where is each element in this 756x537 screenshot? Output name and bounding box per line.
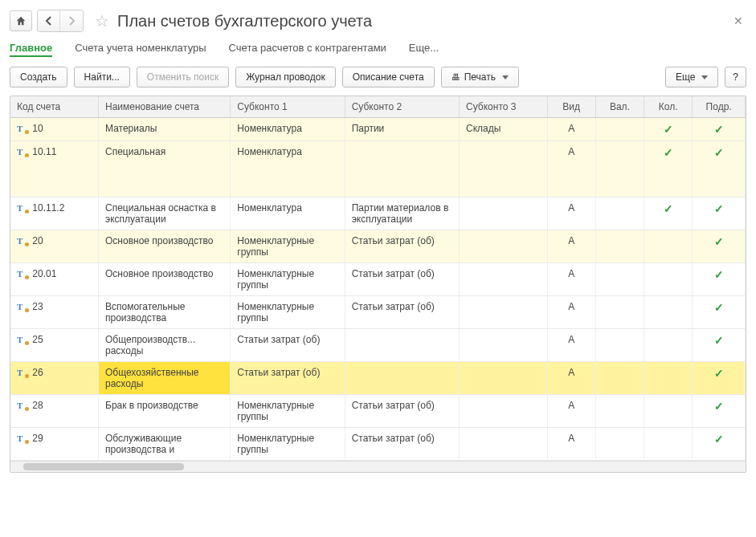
code-text: 23 [32, 301, 43, 312]
cell-sub3 [460, 428, 548, 461]
table-row[interactable]: T 20.01Основное производствоНоменклатурн… [10, 263, 746, 296]
check-icon: ✓ [699, 367, 738, 380]
cell-code: T 20 [10, 230, 99, 263]
account-icon: T [17, 433, 28, 444]
col-sub1[interactable]: Субконто 1 [231, 96, 345, 118]
cell-val [595, 263, 644, 296]
cell-name: Специальная [99, 141, 231, 197]
col-name[interactable]: Наименование счета [99, 96, 231, 118]
cell-sub2: Статьи затрат (об) [345, 263, 459, 296]
help-button[interactable]: ? [725, 67, 746, 87]
cell-code: T 10.11 [10, 141, 99, 197]
account-icon: T [17, 367, 28, 378]
col-val[interactable]: Вал. [595, 96, 644, 118]
account-icon: T [17, 123, 28, 134]
col-code[interactable]: Код счета [10, 96, 99, 118]
cell-code: T 26 [10, 362, 99, 395]
table-row[interactable]: T 10.11СпециальнаяНоменклатураА✓✓ [10, 141, 746, 197]
check-icon: ✓ [699, 334, 738, 347]
cell-podr: ✓ [693, 329, 746, 362]
account-icon: T [17, 146, 28, 157]
table-row[interactable]: T 10.11.2Специальная оснастка в эксплуат… [10, 197, 746, 230]
home-button[interactable] [10, 10, 32, 31]
cell-sub1: Номенклатурные группы [231, 395, 345, 428]
tab-nomenclature-accounts[interactable]: Счета учета номенклатуры [75, 40, 206, 57]
cell-code: T 25 [10, 329, 99, 362]
check-icon: ✓ [699, 268, 738, 281]
cell-sub2: Статьи затрат (об) [345, 428, 459, 461]
cell-code: T 23 [10, 296, 99, 329]
cell-code: T 10 [10, 118, 99, 141]
cell-val [595, 428, 644, 461]
code-text: 10.11.2 [32, 202, 64, 214]
cell-sub1: Номенклатурные группы [231, 428, 345, 461]
cell-val [595, 197, 644, 230]
cell-sub3 [460, 230, 548, 263]
forward-button[interactable] [60, 10, 83, 31]
accounts-table: Код счета Наименование счета Субконто 1 … [10, 96, 746, 461]
code-text: 10 [32, 123, 43, 134]
cell-kol [644, 362, 693, 395]
account-icon: T [17, 334, 28, 345]
cell-code: T 20.01 [10, 263, 99, 296]
cell-val [595, 395, 644, 428]
table-row[interactable]: T 10МатериалыНоменклатураПартииСкладыА✓✓ [10, 118, 746, 141]
check-icon: ✓ [651, 202, 685, 215]
cell-podr: ✓ [693, 428, 746, 461]
back-button[interactable] [38, 10, 60, 31]
print-label: Печать [464, 71, 496, 83]
code-text: 26 [32, 367, 43, 378]
col-vid[interactable]: Вид [547, 96, 595, 118]
cell-sub3 [460, 362, 548, 395]
code-text: 20.01 [32, 268, 56, 279]
account-icon: T [17, 202, 28, 214]
printer-icon: 🖶 [452, 72, 460, 82]
close-button[interactable]: ✕ [730, 11, 746, 31]
table-row[interactable]: T 28Брак в производствеНоменклатурные гр… [10, 395, 746, 428]
horizontal-scrollbar[interactable] [10, 461, 746, 472]
cell-sub1: Статьи затрат (об) [231, 329, 345, 362]
cell-kol: ✓ [644, 141, 693, 197]
cell-code: T 28 [10, 395, 99, 428]
cell-vid: А [547, 141, 595, 197]
tab-counterparty-accounts[interactable]: Счета расчетов с контрагентами [229, 40, 386, 57]
cell-name: Обслуживающие производства и [99, 428, 231, 461]
col-kol[interactable]: Кол. [644, 96, 693, 118]
cell-val [595, 118, 644, 141]
find-button[interactable]: Найти... [74, 67, 130, 87]
table-row[interactable]: T 29Обслуживающие производства иНоменкла… [10, 428, 746, 461]
col-sub3[interactable]: Субконто 3 [460, 96, 548, 118]
check-icon: ✓ [699, 301, 738, 314]
cell-kol [644, 428, 693, 461]
cell-kol [644, 296, 693, 329]
cell-sub3 [460, 141, 548, 197]
cell-code: T 10.11.2 [10, 197, 99, 230]
cell-code: T 29 [10, 428, 99, 461]
favorite-star-icon[interactable]: ☆ [95, 11, 109, 31]
cell-sub2 [345, 329, 459, 362]
account-icon: T [17, 301, 28, 312]
cell-sub1: Номенклатура [231, 118, 345, 141]
more-button[interactable]: Еще [665, 67, 718, 87]
table-row[interactable]: T 23Вспомогательные производстваНоменкла… [10, 296, 746, 329]
table-row[interactable]: T 20Основное производствоНоменклатурные … [10, 230, 746, 263]
table-row[interactable]: T 26Общехозяйственные расходыСтатьи затр… [10, 362, 746, 395]
table-row[interactable]: T 25Общепроизводств... расходыСтатьи зат… [10, 329, 746, 362]
accounts-table-container: Код счета Наименование счета Субконто 1 … [10, 96, 746, 473]
cell-sub2: Партии материалов в эксплуатации [345, 197, 459, 230]
check-icon: ✓ [699, 235, 738, 248]
check-icon: ✓ [699, 433, 738, 445]
cell-vid: А [547, 362, 595, 395]
cell-sub3 [460, 395, 548, 428]
col-podr[interactable]: Подр. [693, 96, 746, 118]
tab-main[interactable]: Главное [10, 40, 52, 57]
col-sub2[interactable]: Субконто 2 [345, 96, 459, 118]
tab-more[interactable]: Еще... [409, 40, 439, 57]
journal-button[interactable]: Журнал проводок [235, 67, 336, 87]
print-button[interactable]: 🖶 Печать [441, 67, 519, 87]
create-button[interactable]: Создать [10, 67, 67, 87]
scrollbar-thumb[interactable] [23, 463, 184, 470]
account-description-button[interactable]: Описание счета [342, 67, 435, 87]
code-text: 10.11 [32, 146, 56, 157]
cell-sub2: Статьи затрат (об) [345, 230, 459, 263]
